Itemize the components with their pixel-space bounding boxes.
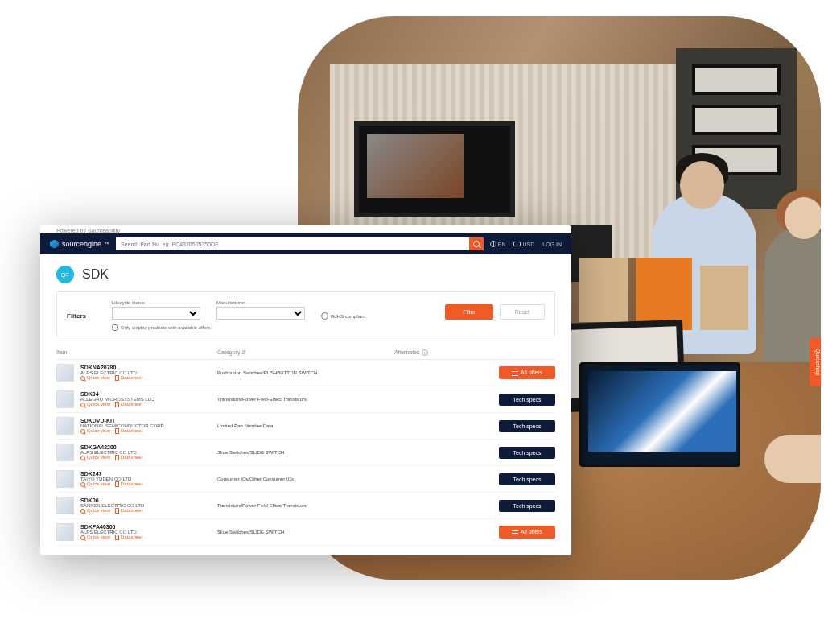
magnifier-icon: [80, 509, 85, 514]
quick-view-link[interactable]: Quick view: [80, 428, 110, 433]
magnifier-icon: [80, 376, 85, 381]
only-available-checkbox[interactable]: [112, 324, 118, 331]
filter-button[interactable]: Filter: [445, 304, 493, 320]
magnifier-icon: [80, 482, 85, 487]
part-thumbnail[interactable]: [56, 444, 74, 461]
col-item: Item: [56, 349, 217, 356]
sort-icon: ⇵: [241, 349, 246, 355]
card-icon: [513, 242, 521, 246]
part-thumbnail[interactable]: [56, 497, 74, 514]
part-number[interactable]: SDK04: [80, 391, 217, 397]
quick-view-link[interactable]: Quick view: [80, 508, 110, 513]
part-thumbnail[interactable]: [56, 364, 74, 382]
category-cell: Slide Switches/SLIDE SWITCH: [217, 530, 394, 535]
table-row: SDK04ALLEGRO MICROSYSTEMS LLCQuick viewD…: [56, 386, 555, 413]
brand-text: sourcengine: [62, 240, 101, 248]
search-bar: [116, 237, 484, 250]
tech-specs-button[interactable]: Tech specs: [499, 500, 555, 512]
page-title: SDK: [82, 267, 109, 282]
part-thumbnail[interactable]: [56, 390, 74, 408]
filters-panel: Filters Lifecycle status Manufacturer Ro…: [56, 291, 555, 336]
document-icon: [115, 428, 119, 434]
part-number[interactable]: SDK06: [80, 497, 217, 503]
currency-selector[interactable]: USD: [513, 242, 534, 247]
category-cell: Transistors/Power Field-Effect Transisto…: [217, 503, 394, 508]
quick-view-link[interactable]: Quick view: [80, 402, 110, 407]
only-available-label: Only display products with available off…: [121, 325, 212, 330]
part-number[interactable]: SDK247: [80, 471, 217, 477]
magnifier-icon: [80, 456, 85, 460]
hex-logo-icon: [50, 240, 59, 249]
filters-label: Filters: [67, 312, 96, 320]
datasheet-link[interactable]: Datasheet: [115, 508, 142, 513]
page-icon: Q≡: [56, 266, 74, 283]
all-offers-button[interactable]: All offers: [499, 366, 555, 378]
results-table: Item Category ⇵ Alternatesi SDKNA20780AL…: [56, 346, 555, 546]
datasheet-link[interactable]: Datasheet: [115, 402, 142, 407]
document-icon: [115, 402, 119, 407]
login-link[interactable]: LOG IN: [542, 242, 562, 247]
document-icon: [115, 455, 119, 460]
datasheet-link[interactable]: Datasheet: [115, 455, 142, 460]
info-icon[interactable]: i: [422, 349, 428, 356]
tech-specs-button[interactable]: Tech specs: [499, 447, 555, 459]
quick-view-link[interactable]: Quick view: [80, 535, 110, 539]
table-row: SDK06SANKEN ELECTRIC CO LTDQuick viewDat…: [56, 493, 555, 519]
manufacturer-select[interactable]: [216, 307, 305, 320]
category-cell: Consumer ICs/Other Consumer ICs: [217, 477, 394, 481]
part-thumbnail[interactable]: [56, 470, 74, 488]
part-thumbnail[interactable]: [56, 523, 74, 541]
globe-icon: [490, 241, 496, 247]
category-cell: Limited Part Number Data: [217, 423, 394, 428]
manufacturer-label: Manufacturer: [216, 300, 305, 305]
col-alternates: Alternatesi: [394, 349, 459, 356]
part-number[interactable]: SDKNA20780: [80, 365, 217, 370]
all-offers-button[interactable]: All offers: [499, 526, 555, 538]
category-cell: Transistors/Power Field-Effect Transisto…: [217, 397, 394, 402]
magnifier-icon: [80, 535, 85, 540]
top-links: EN USD LOG IN: [490, 241, 562, 247]
powered-by: Powered by Sourceability: [40, 225, 571, 233]
part-number[interactable]: SDKDVD-KIT: [80, 418, 217, 423]
document-icon: [115, 481, 119, 487]
rohs-label: RoHS compliant: [331, 314, 365, 319]
lifecycle-select[interactable]: [112, 307, 200, 320]
datasheet-link[interactable]: Datasheet: [115, 428, 142, 433]
magnifier-icon: [80, 402, 85, 407]
table-row: SDKGA42200ALPS ELECTRIC CO LTDQuick view…: [56, 440, 555, 466]
col-category[interactable]: Category ⇵: [217, 349, 394, 356]
quick-view-link[interactable]: Quick view: [80, 481, 110, 486]
tech-specs-button[interactable]: Tech specs: [499, 394, 555, 406]
app-window: Powered by Sourceability sourcengine™ EN…: [40, 225, 571, 555]
category-cell: Slide Switches/SLIDE SWITCH: [217, 450, 394, 455]
document-icon: [115, 508, 119, 514]
part-number[interactable]: SDKPA40300: [80, 524, 217, 530]
lifecycle-label: Lifecycle status: [112, 300, 200, 305]
table-row: SDKDVD-KITNATIONAL SEMICONDUCTOR CORPQui…: [56, 413, 555, 440]
brand-logo[interactable]: sourcengine™: [50, 240, 109, 249]
magnifier-icon: [80, 429, 85, 434]
document-icon: [115, 535, 119, 540]
part-thumbnail[interactable]: [56, 417, 74, 435]
reset-button[interactable]: Reset: [500, 304, 545, 320]
datasheet-link[interactable]: Datasheet: [115, 375, 142, 380]
part-number[interactable]: SDKGA42200: [80, 444, 217, 450]
search-icon: [473, 241, 480, 247]
list-icon: [512, 530, 518, 535]
rohs-radio[interactable]: [321, 312, 328, 320]
search-input[interactable]: [116, 237, 469, 250]
page-header: Q≡ SDK: [40, 254, 571, 291]
top-bar: sourcengine™ EN USD LOG IN: [40, 233, 571, 254]
quickshop-tab[interactable]: Quickshop: [810, 338, 821, 386]
search-button[interactable]: [469, 237, 484, 250]
table-header: Item Category ⇵ Alternatesi: [56, 346, 555, 360]
datasheet-link[interactable]: Datasheet: [115, 535, 142, 539]
datasheet-link[interactable]: Datasheet: [115, 481, 142, 486]
tech-specs-button[interactable]: Tech specs: [499, 473, 555, 485]
quick-view-link[interactable]: Quick view: [80, 375, 110, 380]
category-cell: Pushbutton Switches/PUSHBUTTON SWITCH: [217, 370, 394, 375]
document-icon: [115, 375, 119, 381]
tech-specs-button[interactable]: Tech specs: [499, 420, 555, 432]
language-selector[interactable]: EN: [490, 241, 506, 247]
quick-view-link[interactable]: Quick view: [80, 455, 110, 460]
